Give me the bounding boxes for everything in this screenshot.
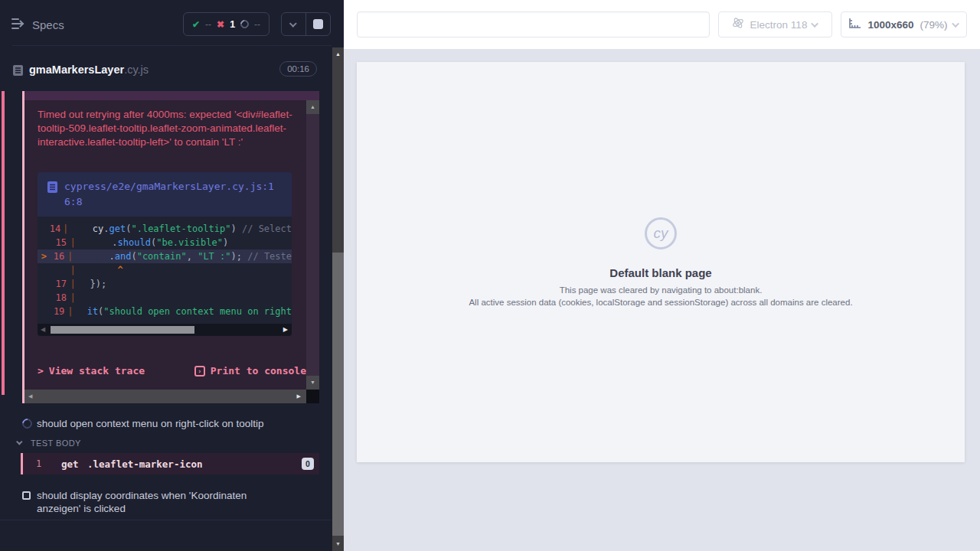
command-method: get	[61, 458, 79, 470]
failed-count: 1	[230, 19, 235, 30]
test-body-toggle[interactable]: TEST BODY	[0, 438, 332, 450]
print-to-console-button[interactable]: › Print to console	[194, 365, 306, 377]
code-line: >16| .and("contain", "LT :"); // Teste	[38, 249, 292, 263]
error-horizontal-scrollbar[interactable]: ◀ ▶	[24, 390, 306, 403]
code-frame-body: 14| cy.get(".leaflet-tooltip") // Select…	[38, 217, 292, 324]
running-test-title: should open context menu on right-click …	[37, 417, 322, 430]
command-number: 1	[36, 458, 41, 469]
command-log-row[interactable]: 1 get .leaflet-marker-icon 0	[21, 453, 319, 474]
aut-toolbar: Electron 118 1000x660 (79%)	[344, 0, 980, 49]
browser-selector-button[interactable]: Electron 118	[718, 11, 832, 37]
autoscroll-toggle-button[interactable]	[282, 13, 305, 35]
cypress-logo: cy	[645, 217, 677, 249]
specs-label: Specs	[32, 18, 64, 31]
scrollbar-thumb[interactable]	[51, 326, 194, 334]
error-panel: Timed out retrying after 4000ms: expecte…	[22, 91, 319, 403]
running-test-row[interactable]: should open context menu on right-click …	[0, 417, 332, 432]
failed-x-icon: ✖	[217, 19, 224, 30]
code-line: | ^	[38, 263, 292, 277]
pending-count: --	[254, 19, 260, 30]
scroll-right-icon: ▶	[283, 326, 288, 333]
code-frame-file-link[interactable]: cypress/e2e/gmaMarkersLayer.cy.js:16:8	[38, 172, 292, 217]
code-line: 15| .should("be.visible")	[38, 236, 292, 249]
code-line: 14| cy.get(".leaflet-tooltip") // Select	[38, 222, 292, 236]
spec-basename: gmaMarkersLayer	[29, 64, 124, 76]
spec-row: gmaMarkersLayer.cy.js 00:16	[0, 46, 332, 83]
error-message: Timed out retrying after 4000ms: expecte…	[38, 108, 302, 149]
reporter-panel: Specs ✔ -- ✖ 1 -- gmaMarkersLayer.cy.js …	[0, 0, 344, 551]
yielded-count-badge: 0	[302, 458, 314, 470]
reporter-scrollbar[interactable]: ▲ ▼	[332, 47, 344, 551]
blank-page-line1: This page was cleared by navigating to a…	[357, 285, 965, 295]
view-stack-trace-label: View stack trace	[49, 365, 145, 377]
pending-spinner-icon	[239, 18, 251, 31]
tests-divider	[0, 520, 332, 520]
url-input[interactable]	[357, 11, 710, 37]
expand-specs-menu-button[interactable]	[11, 17, 28, 32]
viewport-zoom-label: (79%)	[920, 19, 948, 31]
spec-timer-badge: 00:16	[279, 61, 317, 77]
stop-icon	[313, 19, 323, 29]
chevron-right-icon: >	[38, 365, 44, 377]
view-stack-trace-button[interactable]: > View stack trace	[38, 365, 145, 377]
viewport-size-button[interactable]: 1000x660 (79%)	[841, 11, 967, 37]
error-actions: > View stack trace › Print to console	[38, 365, 306, 377]
code-line: 19| it("should open context menu on righ…	[38, 305, 292, 318]
viewport-size-label: 1000x660	[867, 19, 913, 31]
blank-page-title: Default blank page	[357, 266, 965, 279]
pending-test-row[interactable]: should display coordinates when 'Koordin…	[0, 489, 332, 517]
pending-test-title: should display coordinates when 'Koordin…	[37, 489, 292, 515]
reporter-header: Specs ✔ -- ✖ 1 --	[0, 0, 332, 46]
code-frame-file-path: cypress/e2e/gmaMarkersLayer.cy.js:16:8	[64, 179, 276, 210]
running-spinner-icon	[20, 416, 34, 430]
error-panel-top-edge	[24, 91, 319, 100]
code-frame: cypress/e2e/gmaMarkersLayer.cy.js:16:8 1…	[38, 172, 292, 336]
app-preview-panel: Electron 118 1000x660 (79%) cy Default b…	[344, 0, 980, 551]
scroll-left-icon: ◀	[28, 390, 32, 403]
electron-icon	[732, 17, 744, 32]
spec-extension: .cy.js	[124, 64, 149, 76]
code-horizontal-scrollbar[interactable]: ◀ ▶	[38, 324, 292, 336]
chevron-down-icon	[16, 439, 22, 445]
print-to-console-label: Print to console	[211, 365, 306, 377]
pending-test-icon	[22, 491, 31, 500]
code-line: 18|	[38, 291, 292, 305]
ruler-icon	[848, 18, 861, 32]
file-icon	[47, 179, 58, 210]
passed-check-icon: ✔	[192, 19, 200, 30]
browser-label: Electron 118	[750, 19, 808, 31]
scroll-up-icon[interactable]: ▲	[306, 100, 319, 114]
scrollbar-thumb[interactable]	[332, 253, 344, 536]
aut-frame: cy Default blank page This page was clea…	[357, 62, 965, 462]
attempt-accent-border	[2, 91, 5, 395]
scroll-down-icon[interactable]: ▼	[332, 538, 344, 550]
failed-attempt-block: Timed out retrying after 4000ms: expecte…	[0, 91, 332, 403]
scroll-right-icon: ▶	[297, 390, 301, 403]
code-line: 17| });	[38, 277, 292, 291]
test-body-label: TEST BODY	[31, 439, 81, 448]
scroll-left-icon: ◀	[41, 326, 45, 333]
chevron-down-icon	[812, 20, 819, 28]
run-controls	[281, 12, 331, 36]
blank-page-line2: All active session data (cookies, localS…	[357, 298, 965, 307]
error-vertical-scrollbar[interactable]: ▲ ▼	[306, 100, 319, 390]
scrollbar-corner	[306, 390, 319, 403]
command-target: .leaflet-marker-icon	[87, 458, 203, 470]
chevron-down-icon	[289, 20, 297, 28]
spec-name: gmaMarkersLayer.cy.js	[29, 64, 149, 76]
console-icon: ›	[194, 366, 205, 377]
chevron-down-icon	[952, 20, 959, 28]
test-stats: ✔ -- ✖ 1 --	[183, 12, 270, 36]
scroll-down-icon[interactable]: ▼	[306, 376, 319, 390]
spec-file-icon	[12, 64, 24, 80]
stop-run-button[interactable]	[306, 13, 330, 35]
scroll-up-icon[interactable]: ▲	[332, 47, 344, 60]
passed-count: --	[205, 19, 211, 30]
